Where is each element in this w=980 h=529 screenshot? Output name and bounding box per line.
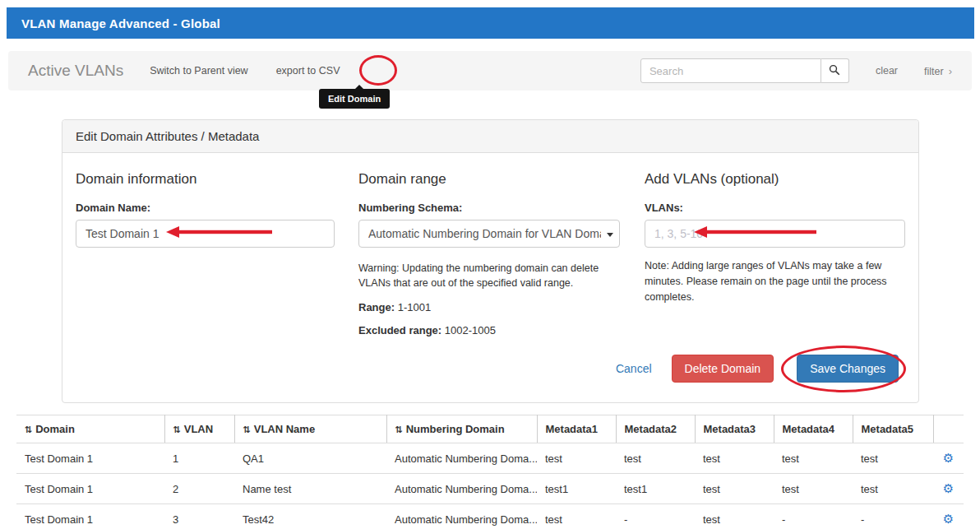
- header-numbering-domain[interactable]: ⇅Numbering Domain: [386, 415, 537, 443]
- header-metadata1: Metadata1: [537, 415, 616, 443]
- search-group: [640, 58, 849, 83]
- search-input[interactable]: [640, 58, 821, 83]
- numbering-warning-text: Warning: Updating the numbering domain c…: [358, 261, 615, 290]
- edit-domain-panel: Edit Domain Attributes / Metadata Domain…: [62, 119, 919, 403]
- cell-metadata3: test: [695, 474, 774, 504]
- header-vlan-name-label: VLAN Name: [254, 423, 315, 435]
- cell-metadata4: test: [774, 443, 853, 474]
- vlan-table: ⇅Domain ⇅VLAN ⇅VLAN Name ⇅Numbering Doma…: [16, 415, 964, 529]
- add-vlans-section: Add VLANs (optional) VLANs: Note: Adding…: [645, 171, 905, 336]
- cell-metadata1: test1: [537, 474, 616, 504]
- cell-numbering-domain: Automatic Numbering Doma...: [386, 443, 537, 474]
- cell-domain: Test Domain 1: [16, 474, 164, 504]
- header-vlan-name[interactable]: ⇅VLAN Name: [234, 415, 386, 443]
- chevron-down-icon: [607, 233, 613, 237]
- cell-metadata3: test: [695, 504, 774, 529]
- cell-metadata2: test1: [616, 474, 695, 504]
- edit-domain-menu-button[interactable]: [368, 63, 389, 79]
- search-icon: [829, 64, 840, 78]
- cell-domain: Test Domain 1: [16, 443, 164, 474]
- sort-icon: ⇅: [25, 425, 32, 435]
- top-title-bar: VLAN Manage Advanced - Global: [7, 7, 974, 39]
- header-domain-label: Domain: [35, 423, 75, 435]
- cell-metadata3: test: [695, 443, 774, 474]
- table-header-row: ⇅Domain ⇅VLAN ⇅VLAN Name ⇅Numbering Doma…: [16, 415, 964, 443]
- header-metadata5: Metadata5: [853, 415, 933, 443]
- domain-information-heading: Domain information: [76, 171, 358, 188]
- excluded-range-line: Excluded range: 1002-1005: [358, 324, 645, 336]
- table-row: Test Domain 1 3 Test42 Automatic Numberi…: [16, 504, 964, 529]
- export-csv-link[interactable]: export to CSV: [276, 65, 340, 77]
- cell-metadata1: test: [537, 443, 616, 474]
- annotation-circle-menu: [359, 55, 397, 86]
- cell-vlan: 3: [164, 504, 234, 529]
- header-metadata3: Metadata3: [695, 415, 774, 443]
- cell-vlan: 2: [164, 474, 234, 504]
- cell-metadata4: -: [774, 504, 853, 529]
- vlans-input[interactable]: [645, 220, 905, 248]
- cell-numbering-domain: Automatic Numbering Doma...: [386, 504, 537, 529]
- filter-label: filter: [924, 66, 944, 77]
- range-line: Range: 1-1001: [358, 301, 645, 313]
- range-value: 1-1001: [395, 301, 431, 313]
- gear-icon[interactable]: ⚙: [943, 451, 954, 466]
- numbering-schema-select[interactable]: Automatic Numbering Domain for VLAN Doma: [358, 220, 620, 248]
- header-metadata2: Metadata2: [616, 415, 695, 443]
- cell-vlan-name: Name test: [234, 474, 386, 504]
- cancel-link[interactable]: Cancel: [616, 362, 652, 375]
- chevron-right-icon: ›: [949, 65, 952, 77]
- vlans-label: VLANs:: [645, 202, 905, 214]
- header-vlan-label: VLAN: [184, 423, 213, 435]
- add-vlans-heading: Add VLANs (optional): [645, 171, 905, 188]
- panel-title: Edit Domain Attributes / Metadata: [62, 120, 918, 153]
- cell-vlan-name: QA1: [234, 443, 386, 474]
- domain-range-heading: Domain range: [358, 171, 645, 188]
- filter-link[interactable]: filter›: [924, 65, 952, 77]
- range-label: Range:: [358, 301, 395, 313]
- cell-metadata2: -: [616, 504, 695, 529]
- gear-icon[interactable]: ⚙: [943, 512, 954, 527]
- cell-metadata1: test: [537, 504, 616, 529]
- domain-range-section: Domain range Numbering Schema: Automatic…: [358, 171, 645, 336]
- sort-icon: ⇅: [395, 425, 403, 435]
- clear-link[interactable]: clear: [876, 65, 898, 77]
- search-button[interactable]: [821, 58, 849, 83]
- numbering-schema-value: Automatic Numbering Domain for VLAN Doma: [368, 227, 601, 240]
- vlans-note-text: Note: Adding large ranges of VLANs may t…: [645, 258, 895, 304]
- cell-metadata2: test: [616, 443, 695, 474]
- tooltip-label: Edit Domain: [328, 94, 381, 104]
- cell-domain: Test Domain 1: [16, 504, 164, 529]
- gear-icon[interactable]: ⚙: [943, 481, 954, 496]
- panel-actions: Cancel Delete Domain Save Changes: [76, 355, 905, 383]
- save-changes-button[interactable]: Save Changes: [797, 355, 899, 383]
- domain-name-input[interactable]: [76, 220, 335, 248]
- domain-information-section: Domain information Domain Name:: [76, 171, 358, 336]
- excluded-range-value: 1002-1005: [441, 324, 496, 336]
- cell-vlan: 1: [164, 443, 234, 474]
- numbering-schema-label: Numbering Schema:: [358, 202, 645, 214]
- cell-metadata5: test: [853, 443, 933, 474]
- cell-metadata4: test: [774, 474, 853, 504]
- delete-domain-button[interactable]: Delete Domain: [672, 355, 774, 383]
- sort-icon: ⇅: [243, 425, 251, 435]
- header-vlan[interactable]: ⇅VLAN: [164, 415, 234, 443]
- table-row: Test Domain 1 2 Name test Automatic Numb…: [16, 474, 964, 504]
- cell-metadata5: -: [853, 504, 933, 529]
- domain-name-label: Domain Name:: [76, 202, 358, 214]
- excluded-range-label: Excluded range:: [358, 324, 441, 336]
- header-actions: [933, 415, 964, 443]
- cell-metadata5: test: [853, 474, 933, 504]
- header-domain[interactable]: ⇅Domain: [16, 415, 164, 443]
- toolbar: Active VLANs Switch to Parent view expor…: [8, 51, 972, 90]
- cell-numbering-domain: Automatic Numbering Doma...: [386, 474, 537, 504]
- table-row: Test Domain 1 1 QA1 Automatic Numbering …: [16, 443, 964, 474]
- header-numbering-domain-label: Numbering Domain: [406, 423, 505, 435]
- page-title: VLAN Manage Advanced - Global: [21, 16, 220, 30]
- vlan-manage-page: VLAN Manage Advanced - Global Active VLA…: [0, 0, 980, 529]
- tooltip-caret-icon: [355, 85, 363, 89]
- edit-domain-tooltip: Edit Domain: [319, 89, 390, 109]
- cell-vlan-name: Test42: [234, 504, 386, 529]
- header-metadata4: Metadata4: [774, 415, 853, 443]
- vlan-table-area: ⇅Domain ⇅VLAN ⇅VLAN Name ⇅Numbering Doma…: [16, 415, 964, 529]
- switch-parent-view-link[interactable]: Switch to Parent view: [150, 65, 248, 77]
